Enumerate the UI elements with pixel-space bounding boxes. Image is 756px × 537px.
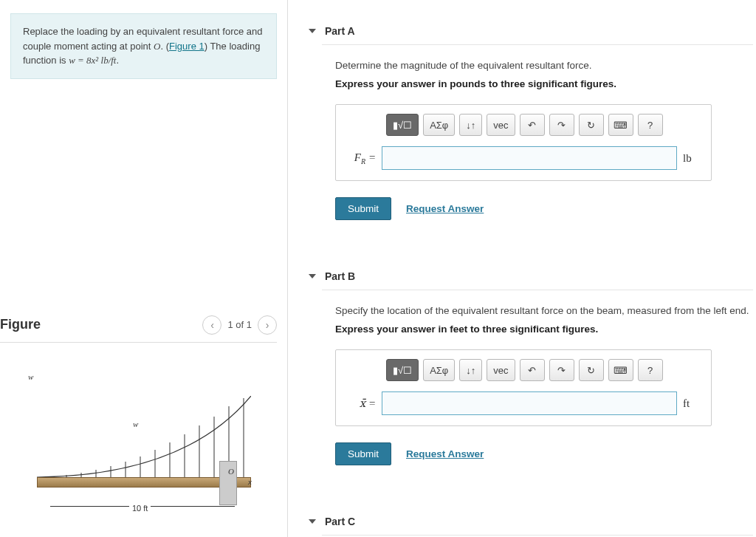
figure-link[interactable]: Figure 1	[169, 41, 205, 52]
part-b-instruction: Express your answer in feet to three sig…	[335, 324, 753, 335]
part-b-buttons: Submit Request Answer	[335, 442, 753, 465]
part-b-answer-input[interactable]	[382, 391, 677, 415]
subscript-button[interactable]: ↓↑	[459, 114, 482, 136]
figure-next-button[interactable]: ›	[258, 315, 277, 335]
x-label: x	[248, 477, 252, 486]
part-a-input-row: FR = lb	[346, 146, 701, 170]
part-a-submit-button[interactable]: Submit	[335, 197, 391, 220]
part-a-request-answer-link[interactable]: Request Answer	[406, 203, 484, 214]
part-a-body: Determine the magnitude of the equivalen…	[322, 45, 753, 220]
redo-button[interactable]: ↷	[549, 114, 574, 136]
part-a-instruction: Express your answer in pounds to three s…	[335, 78, 753, 89]
part-b-answer-box: ▮√☐ ΑΣφ ↓↑ vec ↶ ↷ ↻ ⌨ ? x̄ = ft	[335, 349, 712, 426]
part-a-buttons: Submit Request Answer	[335, 197, 753, 220]
help-button[interactable]: ?	[638, 359, 663, 381]
vec-button[interactable]: vec	[487, 359, 515, 381]
undo-button[interactable]: ↶	[520, 114, 545, 136]
w-label-top: w	[28, 372, 33, 381]
part-b-variable: x̄ =	[346, 397, 376, 410]
dimension-label: 10 ft	[129, 504, 151, 513]
keyboard-button[interactable]: ⌨	[608, 114, 633, 136]
w-label-mid: w	[133, 420, 138, 428]
figure-pager-text: 1 of 1	[227, 319, 252, 330]
part-b-body: Specify the location of the equivalent r…	[322, 290, 753, 465]
subscript-button[interactable]: ↓↑	[459, 359, 482, 381]
part-b-section: Part B Specify the location of the equiv…	[288, 263, 756, 465]
greek-button[interactable]: ΑΣφ	[423, 114, 455, 136]
o-label: O	[228, 467, 234, 476]
part-b-prompt: Specify the location of the equivalent r…	[335, 305, 753, 316]
figure-divider	[0, 342, 277, 343]
part-b-toolbar: ▮√☐ ΑΣφ ↓↑ vec ↶ ↷ ↻ ⌨ ?	[386, 359, 701, 381]
figure-pager: ‹ 1 of 1 ›	[202, 315, 277, 335]
part-a-answer-input[interactable]	[382, 146, 677, 170]
part-c-section: Part C	[288, 508, 756, 536]
part-b-unit: ft	[683, 397, 701, 410]
left-panel: Replace the loading by an equivalent res…	[0, 0, 288, 537]
caret-down-icon	[309, 519, 316, 524]
redo-button[interactable]: ↷	[549, 359, 574, 381]
part-a-variable: FR =	[346, 151, 376, 165]
part-a-header[interactable]: Part A	[322, 18, 753, 45]
caret-down-icon	[309, 274, 316, 278]
part-a-unit: lb	[683, 152, 701, 165]
part-b-input-row: x̄ = ft	[346, 391, 701, 415]
figure-prev-button[interactable]: ‹	[202, 315, 221, 335]
reset-button[interactable]: ↻	[579, 359, 604, 381]
help-button[interactable]: ?	[638, 114, 663, 136]
part-b-submit-button[interactable]: Submit	[335, 442, 391, 465]
templates-button[interactable]: ▮√☐	[386, 359, 419, 381]
part-a-answer-box: ▮√☐ ΑΣφ ↓↑ vec ↶ ↷ ↻ ⌨ ? FR = lb	[335, 104, 712, 181]
part-a-prompt: Determine the magnitude of the equivalen…	[335, 60, 753, 71]
loading-equation: w = 8x² lb/ft	[69, 55, 116, 66]
figure-diagram: 10 ft w w O x	[15, 372, 272, 520]
reset-button[interactable]: ↻	[579, 114, 604, 136]
part-b-title: Part B	[325, 270, 355, 282]
part-a-toolbar: ▮√☐ ΑΣφ ↓↑ vec ↶ ↷ ↻ ⌨ ?	[386, 114, 701, 136]
part-b-header[interactable]: Part B	[322, 263, 753, 290]
caret-down-icon	[309, 29, 316, 33]
part-b-request-answer-link[interactable]: Request Answer	[406, 448, 484, 459]
greek-button[interactable]: ΑΣφ	[423, 359, 455, 381]
figure-title: Figure	[0, 317, 41, 332]
vec-button[interactable]: vec	[487, 114, 515, 136]
templates-button[interactable]: ▮√☐	[386, 114, 419, 136]
part-c-header[interactable]: Part C	[322, 508, 753, 536]
right-panel: Part A Determine the magnitude of the eq…	[288, 0, 756, 537]
figure-header: Figure ‹ 1 of 1 ›	[0, 315, 277, 335]
undo-button[interactable]: ↶	[520, 359, 545, 381]
keyboard-button[interactable]: ⌨	[608, 359, 633, 381]
problem-statement: Replace the loading by an equivalent res…	[10, 13, 277, 79]
part-a-section: Part A Determine the magnitude of the eq…	[288, 18, 756, 220]
part-a-title: Part A	[325, 25, 355, 37]
part-c-title: Part C	[325, 516, 355, 527]
